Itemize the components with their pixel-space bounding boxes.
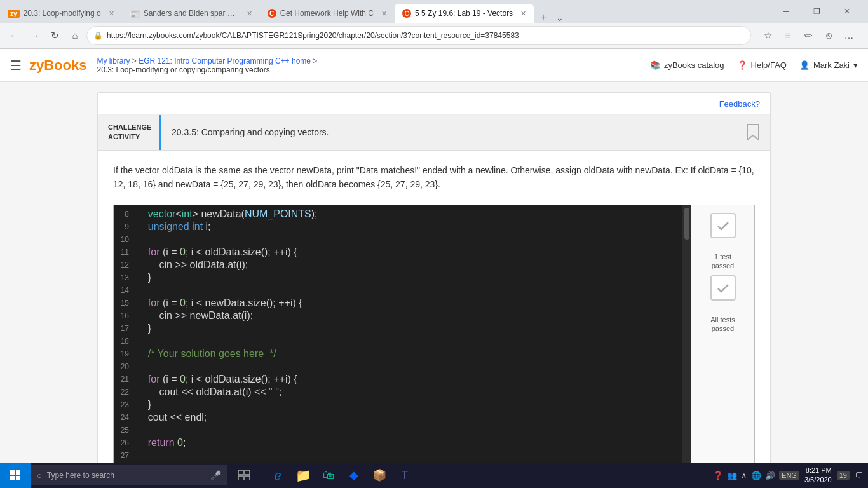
notification-badge[interactable]: 19: [837, 471, 850, 480]
volume-icon[interactable]: 🔊: [765, 471, 775, 480]
tab-close-2[interactable]: ✕: [247, 10, 252, 18]
main-content: Feedback? CHALLENGE ACTIVITY 20.3.5: Com…: [0, 82, 868, 488]
scrollbar-thumb: [684, 208, 689, 240]
chevron-down-icon: ▾: [853, 60, 858, 70]
taskbar-search[interactable]: ○ Type here to search 🎤: [31, 465, 227, 485]
network-icon[interactable]: 🌐: [751, 471, 761, 480]
people-icon[interactable]: 👥: [727, 471, 737, 480]
windows-logo-icon: [10, 470, 20, 480]
breadcrumb-home[interactable]: My library: [97, 57, 130, 65]
forward-button[interactable]: →: [25, 27, 43, 44]
svg-marker-0: [747, 125, 759, 140]
share-button[interactable]: ⎋: [820, 27, 837, 44]
url-display: https://learn.zybooks.com/zybook/CALBAPT…: [107, 31, 744, 40]
tab-close-3[interactable]: ✕: [381, 10, 387, 18]
refresh-button[interactable]: ↻: [46, 27, 64, 44]
help-icon: ❓: [737, 60, 747, 70]
code-line-9: 9 unsigned int i;: [114, 220, 682, 233]
code-line-15: 15 for (i = 0; i < newData.size(); ++i) …: [114, 297, 682, 309]
activity-description: If the vector oldData is the same as the…: [98, 151, 770, 205]
internet-explorer-icon: ℯ: [274, 468, 281, 483]
browser-tab-4[interactable]: C 5 5 Zy 19.6: Lab 19 - Vectors ✕: [395, 4, 534, 23]
tab-overflow-button[interactable]: ⌄: [552, 13, 567, 23]
settings-button[interactable]: …: [840, 27, 858, 44]
address-bar[interactable]: 🔒 https://learn.zybooks.com/zybook/CALBA…: [86, 26, 751, 45]
store-icon: 🛍: [323, 469, 334, 482]
taskbar-explorer-button[interactable]: 📁: [292, 463, 315, 488]
minimize-button[interactable]: ─: [771, 0, 801, 23]
svg-rect-3: [238, 476, 243, 480]
taskbar-right: ❓ 👥 ∧ 🌐 🔊 ENG 8:21 PM 3/5/2020 19 🗨: [708, 466, 868, 485]
code-line-19: 19 /* Your solution goes here */: [114, 348, 682, 360]
code-line-11: 11 for (i = 0; i < oldData.size(); ++i) …: [114, 246, 682, 259]
help-center-icon[interactable]: ❓: [713, 471, 723, 480]
taskbar-store-button[interactable]: 🛍: [317, 463, 340, 488]
tab-close-4[interactable]: ✕: [520, 10, 526, 18]
code-line-20: 20: [114, 360, 682, 373]
amazon-icon: 📦: [372, 468, 386, 482]
close-button[interactable]: ✕: [832, 0, 862, 23]
restore-button[interactable]: ❐: [802, 0, 831, 23]
feedback-link[interactable]: Feedback?: [719, 99, 760, 109]
code-panel: 8 vector<int> newData(NUM_POINTS); 9 uns…: [113, 205, 755, 478]
feedback-bar: Feedback?: [98, 93, 770, 115]
content-card: Feedback? CHALLENGE ACTIVITY 20.3.5: Com…: [97, 92, 771, 488]
code-scrollbar[interactable]: [682, 205, 691, 477]
help-button[interactable]: ❓ Help/FAQ: [737, 60, 787, 70]
annotate-button[interactable]: ✏: [799, 27, 817, 44]
taskbar-apps: ℯ 📁 🛍 ◆ 📦 T: [227, 463, 421, 488]
back-button[interactable]: ←: [5, 27, 23, 44]
taskbar-dropbox-button[interactable]: ◆: [342, 463, 365, 488]
bookmark-icon[interactable]: [736, 115, 770, 150]
zybooks-logo[interactable]: zyBooks: [29, 57, 86, 74]
search-placeholder: Type here to search: [47, 471, 114, 480]
hamburger-menu[interactable]: ☰: [10, 58, 22, 73]
code-line-23: 23 }: [114, 398, 682, 411]
code-line-17: 17 }: [114, 322, 682, 335]
taskbar-teams-button[interactable]: T: [393, 463, 416, 488]
browser-tab-3[interactable]: C Get Homework Help With C ✕: [260, 4, 395, 23]
new-tab-button[interactable]: +: [534, 11, 552, 23]
code-editor[interactable]: 8 vector<int> newData(NUM_POINTS); 9 uns…: [114, 205, 682, 477]
taskbar-clock[interactable]: 8:21 PM 3/5/2020: [804, 466, 832, 485]
bookmark-button[interactable]: ☆: [759, 27, 776, 44]
separator: [261, 466, 261, 484]
challenge-label: CHALLENGE ACTIVITY: [98, 115, 161, 150]
browser-tab-2[interactable]: 📰 Sanders and Biden spar ove ✕: [122, 4, 260, 23]
breadcrumb-course[interactable]: EGR 121: Intro Computer Programming C++ …: [139, 57, 311, 65]
taskview-button[interactable]: [233, 463, 255, 488]
code-line-25: 25: [114, 424, 682, 437]
teams-icon: T: [402, 469, 409, 482]
code-line-13: 13 }: [114, 271, 682, 284]
taskbar-amazon-button[interactable]: 📦: [368, 463, 391, 488]
taskbar-ie-button[interactable]: ℯ: [266, 463, 289, 488]
home-button[interactable]: ⌂: [66, 27, 84, 44]
test1-label: 1 test passed: [712, 243, 734, 271]
user-menu-button[interactable]: 👤 Mark Zaki ▾: [799, 60, 858, 70]
code-line-10: 10: [114, 233, 682, 246]
code-line-22: 22 cout << oldData.at(i) << " ";: [114, 386, 682, 398]
taskbar-system-icons: ❓ 👥 ∧ 🌐 🔊 ENG: [713, 471, 799, 480]
code-line-21: 21 for (i = 0; i < oldData.size(); ++i) …: [114, 373, 682, 386]
start-button[interactable]: [0, 463, 31, 488]
test1-badge: [710, 213, 736, 238]
microphone-icon[interactable]: 🎤: [210, 470, 221, 480]
code-line-26: 26 return 0;: [114, 437, 682, 449]
zybooks-header: ☰ zyBooks My library > EGR 121: Intro Co…: [0, 49, 868, 82]
action-center-icon[interactable]: 🗨: [855, 471, 863, 480]
catalog-icon: 📚: [650, 60, 660, 70]
browser-tab-1[interactable]: zy 20.3: Loop-modifying o ✕: [0, 4, 122, 23]
test2-badge: [710, 275, 736, 301]
code-line-12: 12 cin >> oldData.at(i);: [114, 259, 682, 271]
catalog-button[interactable]: 📚 zyBooks catalog: [650, 60, 724, 70]
system-tray-expand-icon[interactable]: ∧: [741, 471, 747, 480]
header-right: 📚 zyBooks catalog ❓ Help/FAQ 👤 Mark Zaki…: [650, 60, 858, 70]
breadcrumb-section: 20.3: Loop-modifying or copying/comparin…: [97, 65, 269, 74]
file-explorer-icon: 📁: [295, 468, 311, 483]
input-language-indicator[interactable]: ENG: [779, 471, 799, 480]
svg-rect-1: [238, 470, 243, 475]
tab-close-1[interactable]: ✕: [109, 10, 114, 18]
challenge-activity-header: CHALLENGE ACTIVITY 20.3.5: Comparing and…: [98, 115, 770, 151]
search-icon: ○: [37, 471, 42, 480]
read-mode-button[interactable]: ≡: [779, 27, 797, 44]
